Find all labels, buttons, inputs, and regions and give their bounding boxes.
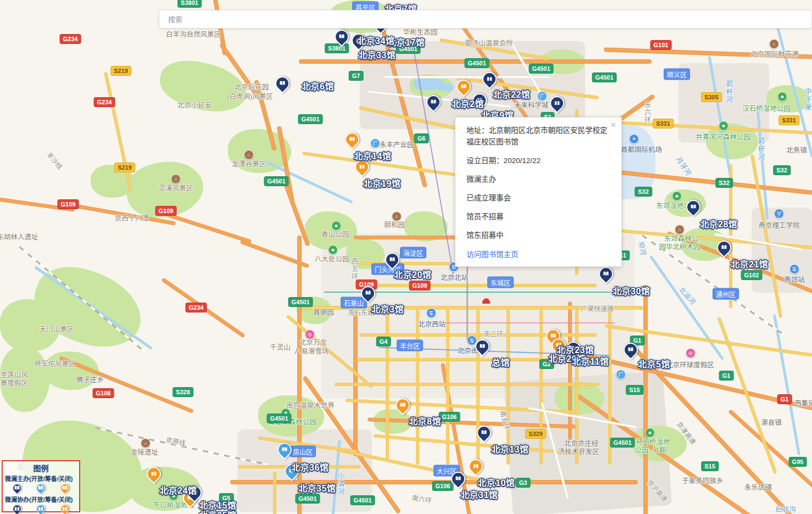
- marker-label[interactable]: 北京15馆: [199, 498, 236, 511]
- open-book-icon: [478, 427, 490, 439]
- marker-label[interactable]: 总馆: [492, 355, 510, 368]
- place-label: 于家务回族乡: [682, 475, 723, 485]
- marker-label[interactable]: 北京2馆: [452, 97, 484, 110]
- road-badge: G4501: [529, 64, 553, 73]
- popup-date: 设立日期：2020/12/22: [466, 155, 611, 167]
- book-pages-icon: [13, 505, 21, 513]
- open-book-icon: [625, 344, 637, 356]
- marker-label[interactable]: 北京19馆: [363, 176, 401, 189]
- marker-label[interactable]: 北京3馆: [371, 302, 404, 315]
- place-label: 八易滑雪场: [294, 345, 329, 356]
- road-badge: S305: [702, 93, 721, 102]
- rail-icon: 车: [789, 264, 799, 274]
- river: [773, 314, 800, 455]
- road-badge: G4501: [592, 73, 616, 82]
- place-label: 燕郊站: [784, 274, 805, 284]
- place-label: 公园（1期）: [635, 444, 672, 455]
- road-segment: [507, 310, 509, 464]
- legend-title: 图例: [5, 462, 77, 473]
- road-badge: S219: [115, 163, 135, 172]
- place-label: 箭杆河: [756, 137, 766, 161]
- marker-label[interactable]: 北京8馆: [409, 414, 441, 427]
- open-book-icon: [276, 77, 288, 90]
- road-badge: G6: [415, 134, 429, 143]
- popup-librarian-line: 馆员不招募: [466, 211, 611, 223]
- map-canvas[interactable]: × 地址：北京朝阳区北京市朝阳区安民学校定福庄校区图书馆 设立日期：2020/1…: [0, 0, 812, 514]
- road-badge: S15: [626, 386, 643, 394]
- road-segment: [166, 213, 251, 243]
- place-label: 小清河: [336, 472, 346, 496]
- place-label: 金陵遗址: [131, 446, 158, 457]
- marker-label[interactable]: 北京30馆: [613, 284, 650, 297]
- road-badge: G4501: [465, 59, 488, 68]
- marker-label[interactable]: 北京35馆: [298, 481, 336, 494]
- district-label: 通州区: [713, 289, 738, 299]
- place-label: 月牙河: [674, 154, 694, 177]
- library-marker: [36, 505, 45, 514]
- marker-label[interactable]: 北京24馆: [159, 483, 197, 496]
- place-label: 首钢园: [313, 306, 334, 317]
- marker-label[interactable]: 北京20馆: [394, 267, 431, 281]
- book-pages-icon: [551, 97, 563, 109]
- open-book-icon: [687, 201, 699, 213]
- road-badge: G4501: [351, 496, 374, 505]
- marker-label[interactable]: 北京36馆: [291, 460, 329, 473]
- info-popup: × 地址：北京朝阳区北京市朝阳区安民学校定福庄校区图书馆 设立日期：2020/1…: [455, 117, 622, 267]
- road-segment: [284, 183, 310, 246]
- district-label: 海淀区: [401, 248, 426, 258]
- road-badge: G4501: [264, 177, 288, 186]
- open-book-icon: [600, 268, 612, 280]
- close-icon[interactable]: ×: [611, 121, 616, 130]
- road-badge: G109: [156, 206, 176, 215]
- road-badge: S32: [635, 187, 652, 196]
- marker-label[interactable]: 北京14馆: [354, 149, 391, 162]
- marker-label[interactable]: 北京6馆: [302, 79, 334, 92]
- road-segment: [335, 383, 599, 386]
- search-bar: [159, 10, 812, 29]
- place-label: 济技术开发区: [558, 446, 599, 456]
- marker-label[interactable]: 北京5馆: [638, 357, 670, 370]
- place-label: 景度假区: [1, 377, 28, 388]
- place-label: 南六环: [411, 493, 432, 505]
- road-badge: S15: [702, 462, 718, 471]
- open-book-icon: [346, 133, 358, 146]
- book-pages-icon: [470, 460, 482, 472]
- legend-pin-row: [5, 504, 77, 514]
- marker-label[interactable]: 北京34馆: [357, 33, 394, 47]
- marker-label[interactable]: 北京13馆: [491, 442, 529, 455]
- marker-label[interactable]: 北京10馆: [477, 476, 515, 489]
- open-book-icon: [279, 444, 291, 456]
- road-badge: S328: [173, 388, 193, 396]
- subway-line: [429, 322, 615, 323]
- place-label: 京西十八潭: [115, 213, 149, 223]
- road-badge: S32: [774, 166, 790, 175]
- library-marker: [60, 505, 69, 514]
- marker-label[interactable]: 北京11馆: [572, 354, 609, 367]
- road-badge: G4501: [296, 494, 319, 503]
- place-label: 东胡林人遗址: [0, 231, 38, 242]
- search-input[interactable]: [159, 10, 797, 28]
- place-label: 莲石东路: [348, 308, 374, 317]
- marker-label[interactable]: 北京31馆: [460, 488, 498, 501]
- book-pages-icon: [37, 505, 45, 513]
- road-badge: G1: [720, 371, 733, 380]
- road-segment: [274, 472, 276, 514]
- place-label: 千灵山: [270, 342, 291, 352]
- road-segment: [354, 308, 357, 456]
- place-label: 丰沙线: [45, 150, 65, 171]
- road-badge: G4501: [610, 438, 634, 447]
- marker-label[interactable]: 北京22馆: [493, 87, 530, 100]
- place-label: 汉石桥湿地公园: [742, 103, 791, 113]
- library-homepage-link[interactable]: 访问图书馆主页: [466, 250, 519, 259]
- marker-label[interactable]: 北京21馆: [731, 257, 768, 270]
- place-label: 白羊沟自然风景区: [166, 29, 221, 39]
- uni-icon: 学: [774, 209, 784, 219]
- place-label: 永丰产业园: [380, 139, 414, 149]
- district-label: 房山区: [290, 446, 315, 457]
- marker-label[interactable]: 北京28馆: [700, 217, 737, 230]
- place-label: 西集镇: [794, 398, 812, 408]
- popup-council-line: 已成立理事会: [466, 193, 611, 204]
- scenic-icon: ⌂: [769, 39, 779, 49]
- marker-label[interactable]: 北京33馆: [358, 48, 396, 61]
- road-badge: G95: [789, 457, 807, 466]
